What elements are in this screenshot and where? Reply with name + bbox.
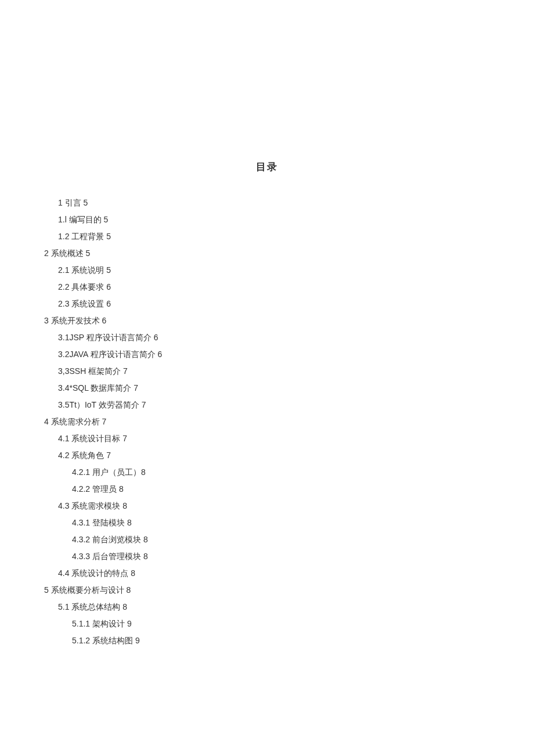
toc-entry: 4.2 系统角色 7: [58, 447, 534, 464]
toc-entry: 4.2.1 用户（员工）8: [72, 464, 534, 481]
toc-entry: 2.3 系统设置 6: [58, 296, 534, 312]
toc-entry: 5 系统概要分析与设计 8: [44, 582, 534, 599]
toc-entry: 4.3.2 前台浏览模块 8: [72, 531, 534, 548]
toc-title: 目录: [0, 160, 534, 174]
toc-entry: 3,3SSH 框架简介 7: [58, 363, 534, 380]
toc-entry: 4.2.2 管理员 8: [72, 481, 534, 498]
toc-entry: 4.4 系统设计的特点 8: [58, 565, 534, 582]
table-of-contents: 1 引言 5 1.l 编写目的 5 1.2 工程背景 5 2 系统概述 5 2.…: [44, 195, 534, 649]
toc-entry: 5.1 系统总体结构 8: [58, 599, 534, 615]
toc-entry: 4.3.1 登陆模块 8: [72, 514, 534, 531]
toc-entry: 2.1 系统说明 5: [58, 262, 534, 279]
toc-entry: 3.1JSP 程序设计语言简介 6: [58, 329, 534, 346]
toc-entry: 4.3 系统需求模块 8: [58, 498, 534, 514]
toc-entry: 3.4*SQL 数据库简介 7: [58, 380, 534, 397]
toc-entry: 1.2 工程背景 5: [58, 228, 534, 245]
toc-entry: 1.l 编写目的 5: [58, 211, 534, 228]
toc-entry: 4 系统需求分析 7: [44, 413, 534, 430]
toc-entry: 5.1.2 系统结构图 9: [72, 632, 534, 649]
toc-entry: 4.1 系统设计目标 7: [58, 430, 534, 447]
toc-entry: 1 引言 5: [58, 195, 534, 211]
toc-entry: 4.3.3 后台管理模块 8: [72, 548, 534, 565]
toc-entry: 3.5Tt）IoT 效劳器简介 7: [58, 397, 534, 413]
toc-entry: 2.2 具体要求 6: [58, 279, 534, 296]
toc-entry: 5.1.1 架构设计 9: [72, 615, 534, 632]
document-page: 目录 1 引言 5 1.l 编写目的 5 1.2 工程背景 5 2 系统概述 5…: [0, 0, 534, 649]
toc-entry: 3 系统开发技术 6: [44, 312, 534, 329]
toc-entry: 3.2JAVA 程序设计语言简介 6: [58, 346, 534, 363]
toc-entry: 2 系统概述 5: [44, 245, 534, 262]
